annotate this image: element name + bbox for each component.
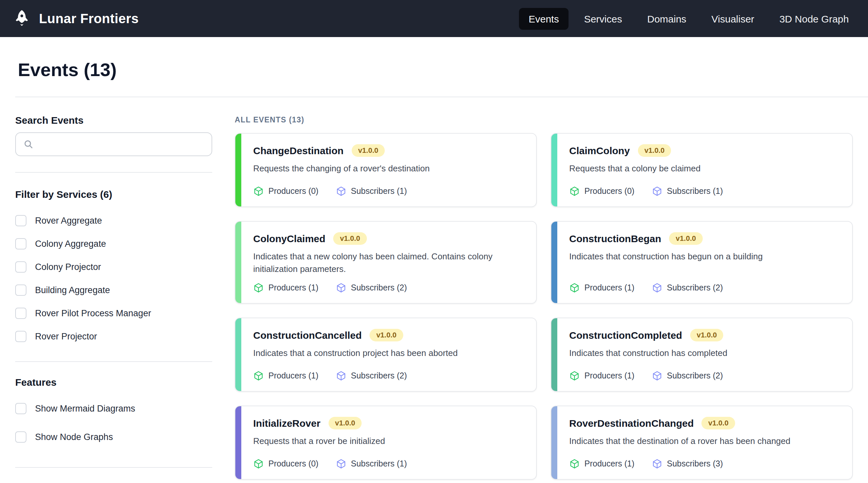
- event-card-constructioncancelled[interactable]: ConstructionCancelled v1.0.0 Indicates t…: [235, 318, 537, 392]
- card-footer: Producers (1) Subscribers (2): [569, 371, 839, 381]
- version-badge: v1.0.0: [333, 232, 367, 245]
- all-events-label: ALL EVENTS (13): [235, 116, 853, 124]
- checkbox[interactable]: [15, 215, 26, 226]
- subscribers-label: Subscribers (2): [351, 283, 407, 292]
- card-footer: Producers (1) Subscribers (3): [569, 458, 839, 469]
- card-header: InitializeRover v1.0.0: [253, 417, 523, 429]
- producers-meta: Producers (1): [253, 283, 318, 293]
- subscribers-meta: Subscribers (2): [651, 283, 723, 293]
- producers-meta: Producers (0): [253, 186, 318, 197]
- card-accent-bar: [551, 134, 557, 206]
- card-footer: Producers (1) Subscribers (2): [253, 283, 523, 293]
- content: Search Events Filter by Services (6) Rov…: [15, 97, 853, 480]
- version-badge: v1.0.0: [669, 232, 703, 245]
- event-card-initializerover[interactable]: InitializeRover v1.0.0 Requests that a r…: [235, 405, 537, 480]
- subscriber-cube-icon: [336, 186, 346, 197]
- filter-service-building-aggregate[interactable]: Building Aggregate: [15, 279, 212, 302]
- producers-meta: Producers (0): [569, 186, 634, 197]
- version-badge: v1.0.0: [702, 417, 735, 429]
- producers-label: Producers (0): [584, 187, 634, 196]
- filter-services-section: Filter by Services (6) Rover Aggregate C…: [15, 173, 212, 362]
- filter-service-rover-pilot-process-manager[interactable]: Rover Pilot Process Manager: [15, 302, 212, 325]
- nav-item-events[interactable]: Events: [519, 8, 569, 29]
- top-navbar: Lunar Frontiers EventsServicesDomainsVis…: [0, 0, 868, 37]
- nav-item-services[interactable]: Services: [574, 8, 632, 29]
- feature-show-mermaid-diagrams[interactable]: Show Mermaid Diagrams: [15, 394, 212, 423]
- page: Events (13) Search Events Filter by: [0, 60, 868, 480]
- filter-service-colony-aggregate[interactable]: Colony Aggregate: [15, 232, 212, 255]
- events-main: ALL EVENTS (13) ChangeDestination v1.0.0…: [235, 114, 853, 480]
- subscriber-cube-icon: [651, 371, 662, 381]
- subscriber-cube-icon: [336, 458, 346, 469]
- subscribers-meta: Subscribers (1): [336, 458, 407, 469]
- filter-service-rover-aggregate[interactable]: Rover Aggregate: [15, 209, 212, 232]
- sidebar: Search Events Filter by Services (6) Rov…: [15, 114, 212, 468]
- producers-meta: Producers (0): [253, 458, 318, 469]
- checkbox[interactable]: [15, 431, 26, 443]
- checkbox[interactable]: [15, 261, 26, 273]
- checkbox[interactable]: [15, 403, 26, 414]
- search-section: Search Events: [15, 114, 212, 173]
- brand[interactable]: Lunar Frontiers: [12, 9, 139, 28]
- event-description: Indicates that construction has begun on…: [569, 251, 839, 263]
- event-description: Requests the changing of a rover's desti…: [253, 163, 523, 175]
- event-title: InitializeRover: [253, 418, 320, 429]
- producer-cube-icon: [253, 458, 264, 469]
- card-header: ColonyClaimed v1.0.0: [253, 232, 523, 245]
- checkbox-label: Rover Aggregate: [35, 216, 102, 226]
- filter-service-rover-projector[interactable]: Rover Projector: [15, 325, 212, 348]
- subscriber-cube-icon: [651, 186, 662, 197]
- subscriber-cube-icon: [336, 371, 346, 381]
- version-badge: v1.0.0: [370, 329, 403, 341]
- checkbox[interactable]: [15, 308, 26, 319]
- checkbox[interactable]: [15, 238, 26, 250]
- event-card-constructioncompleted[interactable]: ConstructionCompleted v1.0.0 Indicates t…: [551, 318, 853, 392]
- card-accent-bar: [235, 134, 241, 206]
- card-header: ConstructionCompleted v1.0.0: [569, 329, 839, 341]
- producers-label: Producers (1): [584, 459, 634, 468]
- nav-item-visualiser[interactable]: Visualiser: [702, 8, 764, 29]
- brand-name: Lunar Frontiers: [39, 11, 139, 26]
- event-card-changedestination[interactable]: ChangeDestination v1.0.0 Requests the ch…: [235, 133, 537, 207]
- event-card-roverdestinationchanged[interactable]: RoverDestinationChanged v1.0.0 Indicates…: [551, 405, 853, 480]
- search-label: Search Events: [15, 114, 212, 126]
- page-title: Events (13): [18, 60, 850, 81]
- event-description: Indicates that a construction project ha…: [253, 347, 523, 360]
- subscribers-label: Subscribers (2): [667, 371, 723, 380]
- checkbox[interactable]: [15, 285, 26, 296]
- events-grid: ChangeDestination v1.0.0 Requests the ch…: [235, 133, 853, 480]
- nav-item-3d-node-graph[interactable]: 3D Node Graph: [770, 8, 859, 29]
- checkbox-label: Building Aggregate: [35, 285, 110, 295]
- subscribers-meta: Subscribers (1): [651, 186, 723, 197]
- card-accent-bar: [235, 406, 241, 479]
- checkbox[interactable]: [15, 331, 26, 342]
- event-title: RoverDestinationChanged: [569, 418, 694, 429]
- producers-meta: Producers (1): [569, 371, 634, 381]
- filter-service-colony-projector[interactable]: Colony Projector: [15, 255, 212, 279]
- feature-show-node-graphs[interactable]: Show Node Graphs: [15, 423, 212, 451]
- subscribers-label: Subscribers (2): [667, 283, 723, 292]
- rocket-logo-icon: [12, 9, 32, 28]
- event-title: ChangeDestination: [253, 145, 343, 156]
- card-header: ConstructionBegan v1.0.0: [569, 232, 839, 245]
- event-description: Requests that a colony be claimed: [569, 163, 839, 175]
- event-card-colonyclaimed[interactable]: ColonyClaimed v1.0.0 Indicates that a ne…: [235, 221, 537, 304]
- producers-label: Producers (0): [269, 187, 318, 196]
- producers-label: Producers (1): [584, 283, 634, 292]
- event-card-constructionbegan[interactable]: ConstructionBegan v1.0.0 Indicates that …: [551, 221, 853, 304]
- event-title: ColonyClaimed: [253, 233, 325, 244]
- nav-item-domains[interactable]: Domains: [637, 8, 696, 29]
- version-badge: v1.0.0: [690, 329, 723, 341]
- version-badge: v1.0.0: [351, 144, 385, 157]
- card-header: ClaimColony v1.0.0: [569, 144, 839, 157]
- subscribers-label: Subscribers (1): [667, 187, 723, 196]
- search-box[interactable]: [15, 132, 212, 156]
- event-card-claimcolony[interactable]: ClaimColony v1.0.0 Requests that a colon…: [551, 133, 853, 207]
- checkbox-label: Colony Projector: [35, 262, 101, 272]
- card-accent-bar: [551, 222, 557, 303]
- card-header: ConstructionCancelled v1.0.0: [253, 329, 523, 341]
- services-checklist: Rover Aggregate Colony Aggregate Colony …: [15, 209, 212, 348]
- search-input[interactable]: [16, 133, 212, 155]
- card-accent-bar: [235, 222, 241, 303]
- event-title: ConstructionBegan: [569, 233, 661, 244]
